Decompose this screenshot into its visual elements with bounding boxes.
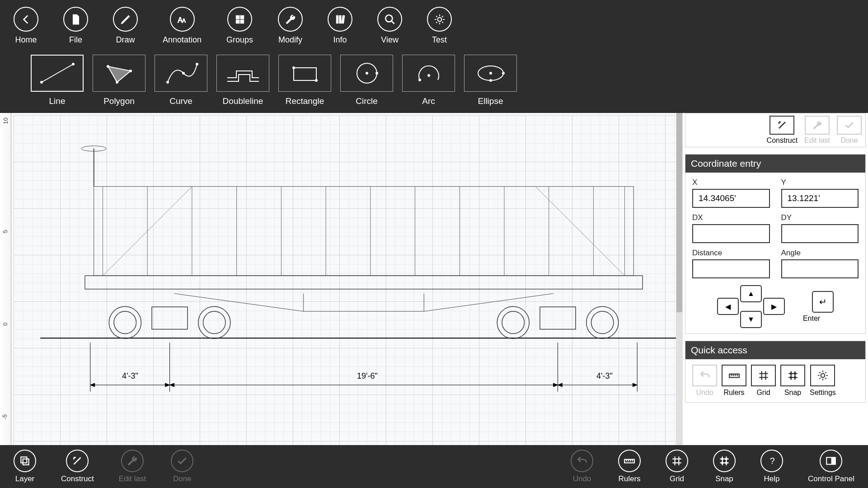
svg-point-32 (490, 80, 492, 81)
svg-rect-34 (85, 276, 643, 289)
view-button[interactable]: View (377, 7, 402, 45)
svg-point-23 (315, 80, 317, 81)
snap-button[interactable]: Snap (713, 450, 736, 483)
done-bottom-label: Done (173, 474, 192, 483)
enter-label: Enter (803, 314, 820, 323)
dx-input[interactable] (692, 224, 770, 243)
gear-icon (817, 370, 829, 381)
svg-line-11 (42, 64, 73, 82)
circle-icon (347, 60, 387, 87)
controlpanel-button[interactable]: Control Panel (808, 450, 854, 483)
annotation-label: Annotation (163, 35, 202, 45)
rectangle-tool[interactable]: Rectangle (278, 55, 331, 106)
svg-rect-35 (94, 187, 634, 276)
editlast-action-button: Edit last (804, 116, 830, 145)
construct-button[interactable]: Construct (61, 450, 94, 483)
home-label: Home (15, 35, 37, 45)
svg-point-90 (794, 373, 795, 374)
check-icon (176, 455, 188, 467)
svg-text:A: A (182, 17, 186, 23)
layer-button[interactable]: Layer (14, 450, 36, 483)
polygon-tool[interactable]: Polygon (93, 55, 145, 106)
svg-marker-73 (554, 383, 558, 387)
done-action-label: Done (840, 136, 858, 145)
file-button[interactable]: File (63, 7, 88, 45)
construct-action-button[interactable]: Construct (767, 116, 798, 145)
svg-rect-7 (339, 15, 341, 23)
undo-button: Undo (571, 450, 593, 483)
ellipse-icon (470, 60, 511, 87)
qa-rulers-button[interactable]: Rulers (722, 365, 746, 397)
info-button[interactable]: Info (328, 7, 352, 45)
arrow-down-button[interactable]: ▼ (740, 311, 762, 328)
coordinate-panel: Coordinate entry X Y DX DY Distance Angl… (685, 154, 866, 334)
svg-point-22 (293, 67, 295, 69)
arrow-left-button[interactable]: ◀ (717, 298, 739, 315)
svg-point-61 (591, 311, 613, 333)
qa-undo-label: Undo (696, 389, 713, 397)
gear-icon (434, 14, 446, 25)
svg-point-25 (366, 72, 368, 74)
qa-settings-button[interactable]: Settings (810, 365, 836, 397)
editlast-action-label: Edit last (804, 136, 830, 145)
angle-input[interactable] (781, 259, 859, 278)
circle-tool[interactable]: Circle (340, 55, 393, 106)
svg-point-31 (502, 72, 504, 74)
coordinate-panel-title: Coordinate entry (685, 155, 865, 173)
annotation-button[interactable]: AAAnnotation (163, 7, 202, 45)
doubleline-label: Doubleline (223, 96, 263, 106)
svg-point-17 (116, 81, 118, 83)
y-input[interactable] (781, 189, 859, 208)
help-bottom-label: Help (764, 474, 780, 483)
magnify-icon (384, 14, 396, 25)
doubleline-tool[interactable]: Doubleline (216, 55, 269, 106)
distance-input[interactable] (692, 259, 770, 278)
rulers-button[interactable]: Rulers (618, 450, 641, 483)
svg-rect-57 (152, 307, 188, 329)
svg-point-112 (725, 462, 727, 464)
line-label: Line (49, 96, 66, 106)
distance-label: Distance (692, 249, 770, 258)
arc-icon (408, 60, 449, 87)
svg-rect-21 (294, 68, 316, 80)
ruler-icon (728, 370, 740, 381)
svg-rect-6 (336, 15, 338, 23)
curve-tool[interactable]: Curve (155, 55, 207, 106)
arc-label: Arc (422, 96, 435, 106)
canvas[interactable]: 10 5 0 -5 (0, 113, 683, 445)
x-input[interactable] (692, 189, 770, 208)
svg-text:?: ? (770, 456, 775, 466)
enter-button[interactable]: ↵ (812, 291, 834, 313)
arrow-up-button[interactable]: ▲ (740, 285, 762, 302)
svg-marker-72 (170, 383, 174, 387)
qa-snap-button[interactable]: Snap (780, 365, 805, 397)
help-button[interactable]: ?Help (760, 450, 783, 483)
vertical-scrollbar[interactable] (676, 113, 683, 445)
side-panel: Construct Edit last Done Coordinate entr… (683, 113, 868, 445)
grid-button[interactable]: Grid (666, 450, 688, 483)
rectangle-icon (285, 60, 325, 87)
ellipse-tool[interactable]: Ellipse (464, 55, 517, 106)
draw-button[interactable]: Draw (113, 7, 138, 45)
home-button[interactable]: Home (14, 7, 38, 45)
svg-point-93 (821, 374, 825, 378)
arc-tool[interactable]: Arc (402, 55, 455, 106)
x-label: X (692, 178, 770, 187)
snap-icon (787, 370, 799, 381)
line-tool[interactable]: Line (31, 55, 84, 106)
ellipse-label: Ellipse (478, 96, 503, 106)
dy-input[interactable] (781, 224, 859, 243)
modify-button[interactable]: Modify (278, 7, 303, 45)
back-arrow-icon (20, 14, 32, 25)
groups-button[interactable]: Groups (226, 7, 253, 45)
svg-point-16 (130, 70, 131, 72)
done-action-button: Done (837, 116, 862, 145)
layer-icon (19, 455, 31, 467)
arrow-right-button[interactable]: ▶ (763, 298, 785, 315)
file-label: File (69, 35, 82, 45)
construct-icon (777, 120, 788, 131)
test-button[interactable]: Test (427, 7, 452, 45)
books-icon (334, 14, 346, 25)
qa-undo-button: Undo (692, 365, 717, 397)
qa-grid-button[interactable]: Grid (751, 365, 776, 397)
